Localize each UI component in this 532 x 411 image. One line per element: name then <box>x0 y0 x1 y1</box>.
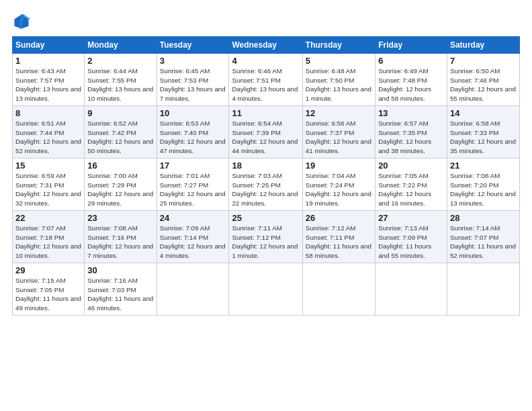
day-detail: Sunrise: 6:59 AMSunset: 7:31 PMDaylight:… <box>15 172 81 207</box>
day-cell: 5 Sunrise: 6:48 AMSunset: 7:50 PMDayligh… <box>302 54 375 106</box>
day-detail: Sunrise: 7:11 AMSunset: 7:12 PMDaylight:… <box>232 224 298 259</box>
day-cell: 25 Sunrise: 7:11 AMSunset: 7:12 PMDaylig… <box>229 211 302 263</box>
day-detail: Sunrise: 7:13 AMSunset: 7:09 PMDaylight:… <box>378 224 431 259</box>
logo <box>12 12 34 31</box>
day-detail: Sunrise: 6:44 AMSunset: 7:55 PMDaylight:… <box>87 67 153 102</box>
weekday-header-tuesday: Tuesday <box>157 37 229 54</box>
day-cell: 11 Sunrise: 6:54 AMSunset: 7:39 PMDaylig… <box>229 106 302 158</box>
day-cell: 1 Sunrise: 6:43 AMSunset: 7:57 PMDayligh… <box>13 54 85 106</box>
week-row-2: 8 Sunrise: 6:51 AMSunset: 7:44 PMDayligh… <box>13 106 520 158</box>
day-detail: Sunrise: 7:16 AMSunset: 7:03 PMDaylight:… <box>87 277 153 312</box>
day-number: 30 <box>87 265 153 275</box>
weekday-header-wednesday: Wednesday <box>229 37 302 54</box>
day-detail: Sunrise: 7:12 AMSunset: 7:11 PMDaylight:… <box>306 224 371 259</box>
day-cell: 9 Sunrise: 6:52 AMSunset: 7:42 PMDayligh… <box>85 106 157 158</box>
weekday-header-friday: Friday <box>375 37 447 54</box>
day-number: 13 <box>378 108 444 118</box>
day-number: 7 <box>450 56 517 66</box>
day-cell: 12 Sunrise: 6:56 AMSunset: 7:37 PMDaylig… <box>302 106 375 158</box>
weekday-header-saturday: Saturday <box>447 37 519 54</box>
day-number: 4 <box>232 56 299 66</box>
day-detail: Sunrise: 7:07 AMSunset: 7:18 PMDaylight:… <box>15 224 81 259</box>
day-detail: Sunrise: 6:56 AMSunset: 7:37 PMDaylight:… <box>306 120 371 154</box>
day-cell: 10 Sunrise: 6:53 AMSunset: 7:40 PMDaylig… <box>157 106 229 158</box>
day-detail: Sunrise: 6:46 AMSunset: 7:51 PMDaylight:… <box>232 67 298 102</box>
day-number: 24 <box>160 213 226 223</box>
day-cell: 2 Sunrise: 6:44 AMSunset: 7:55 PMDayligh… <box>85 54 157 106</box>
day-number: 16 <box>87 161 153 171</box>
day-cell: 22 Sunrise: 7:07 AMSunset: 7:18 PMDaylig… <box>13 211 85 263</box>
day-number: 1 <box>15 56 81 66</box>
day-cell <box>447 263 519 316</box>
day-detail: Sunrise: 6:49 AMSunset: 7:48 PMDaylight:… <box>378 67 431 102</box>
day-number: 20 <box>378 161 444 171</box>
day-detail: Sunrise: 6:51 AMSunset: 7:44 PMDaylight:… <box>15 120 81 154</box>
day-detail: Sunrise: 7:08 AMSunset: 7:16 PMDaylight:… <box>87 224 153 259</box>
day-number: 5 <box>306 56 372 66</box>
day-detail: Sunrise: 7:04 AMSunset: 7:24 PMDaylight:… <box>306 172 371 207</box>
day-cell: 15 Sunrise: 6:59 AMSunset: 7:31 PMDaylig… <box>13 158 85 211</box>
day-cell: 27 Sunrise: 7:13 AMSunset: 7:09 PMDaylig… <box>375 211 447 263</box>
day-cell: 4 Sunrise: 6:46 AMSunset: 7:51 PMDayligh… <box>229 54 302 106</box>
week-row-1: 1 Sunrise: 6:43 AMSunset: 7:57 PMDayligh… <box>13 54 520 106</box>
weekday-header-thursday: Thursday <box>302 37 375 54</box>
day-detail: Sunrise: 7:00 AMSunset: 7:29 PMDaylight:… <box>87 172 153 207</box>
day-detail: Sunrise: 7:06 AMSunset: 7:20 PMDaylight:… <box>450 172 516 207</box>
day-detail: Sunrise: 7:14 AMSunset: 7:07 PMDaylight:… <box>450 224 516 259</box>
calendar-table: SundayMondayTuesdayWednesdayThursdayFrid… <box>12 36 520 316</box>
day-cell: 17 Sunrise: 7:01 AMSunset: 7:27 PMDaylig… <box>157 158 229 211</box>
day-cell: 28 Sunrise: 7:14 AMSunset: 7:07 PMDaylig… <box>447 211 519 263</box>
day-detail: Sunrise: 7:05 AMSunset: 7:22 PMDaylight:… <box>378 172 431 207</box>
day-cell: 14 Sunrise: 6:58 AMSunset: 7:33 PMDaylig… <box>447 106 519 158</box>
day-cell: 30 Sunrise: 7:16 AMSunset: 7:03 PMDaylig… <box>85 263 157 316</box>
day-detail: Sunrise: 6:57 AMSunset: 7:35 PMDaylight:… <box>378 120 431 154</box>
weekday-header-row: SundayMondayTuesdayWednesdayThursdayFrid… <box>13 37 520 54</box>
day-detail: Sunrise: 6:53 AMSunset: 7:40 PMDaylight:… <box>160 120 226 154</box>
day-number: 15 <box>15 161 81 171</box>
day-number: 12 <box>306 108 372 118</box>
day-detail: Sunrise: 6:52 AMSunset: 7:42 PMDaylight:… <box>87 120 153 154</box>
day-cell: 3 Sunrise: 6:45 AMSunset: 7:53 PMDayligh… <box>157 54 229 106</box>
day-cell: 6 Sunrise: 6:49 AMSunset: 7:48 PMDayligh… <box>375 54 447 106</box>
day-detail: Sunrise: 6:54 AMSunset: 7:39 PMDaylight:… <box>232 120 298 154</box>
day-cell: 26 Sunrise: 7:12 AMSunset: 7:11 PMDaylig… <box>302 211 375 263</box>
day-cell: 24 Sunrise: 7:09 AMSunset: 7:14 PMDaylig… <box>157 211 229 263</box>
day-cell: 13 Sunrise: 6:57 AMSunset: 7:35 PMDaylig… <box>375 106 447 158</box>
day-number: 8 <box>15 108 81 118</box>
day-number: 9 <box>87 108 153 118</box>
day-number: 2 <box>87 56 153 66</box>
day-number: 19 <box>306 161 372 171</box>
day-number: 22 <box>15 213 81 223</box>
day-cell: 8 Sunrise: 6:51 AMSunset: 7:44 PMDayligh… <box>13 106 85 158</box>
day-detail: Sunrise: 6:45 AMSunset: 7:53 PMDaylight:… <box>160 67 226 102</box>
week-row-5: 29 Sunrise: 7:15 AMSunset: 7:05 PMDaylig… <box>13 263 520 316</box>
day-detail: Sunrise: 7:03 AMSunset: 7:25 PMDaylight:… <box>232 172 298 207</box>
header <box>12 12 520 31</box>
day-number: 27 <box>378 213 444 223</box>
weekday-header-monday: Monday <box>85 37 157 54</box>
day-detail: Sunrise: 6:58 AMSunset: 7:33 PMDaylight:… <box>450 120 516 154</box>
day-cell <box>302 263 375 316</box>
day-cell: 7 Sunrise: 6:50 AMSunset: 7:46 PMDayligh… <box>447 54 519 106</box>
weekday-header-sunday: Sunday <box>13 37 85 54</box>
day-cell <box>229 263 302 316</box>
day-number: 21 <box>450 161 517 171</box>
day-number: 10 <box>160 108 226 118</box>
day-cell <box>375 263 447 316</box>
calendar-body: 1 Sunrise: 6:43 AMSunset: 7:57 PMDayligh… <box>13 54 520 316</box>
day-detail: Sunrise: 6:48 AMSunset: 7:50 PMDaylight:… <box>306 67 371 102</box>
day-number: 11 <box>232 108 299 118</box>
day-cell <box>157 263 229 316</box>
day-cell: 20 Sunrise: 7:05 AMSunset: 7:22 PMDaylig… <box>375 158 447 211</box>
day-detail: Sunrise: 7:09 AMSunset: 7:14 PMDaylight:… <box>160 224 226 259</box>
day-number: 26 <box>306 213 372 223</box>
day-number: 14 <box>450 108 517 118</box>
day-number: 25 <box>232 213 299 223</box>
day-detail: Sunrise: 7:01 AMSunset: 7:27 PMDaylight:… <box>160 172 226 207</box>
day-detail: Sunrise: 6:50 AMSunset: 7:46 PMDaylight:… <box>450 67 516 102</box>
day-detail: Sunrise: 7:15 AMSunset: 7:05 PMDaylight:… <box>15 277 81 312</box>
logo-icon <box>12 12 31 31</box>
week-row-4: 22 Sunrise: 7:07 AMSunset: 7:18 PMDaylig… <box>13 211 520 263</box>
day-cell: 19 Sunrise: 7:04 AMSunset: 7:24 PMDaylig… <box>302 158 375 211</box>
day-detail: Sunrise: 6:43 AMSunset: 7:57 PMDaylight:… <box>15 67 81 102</box>
